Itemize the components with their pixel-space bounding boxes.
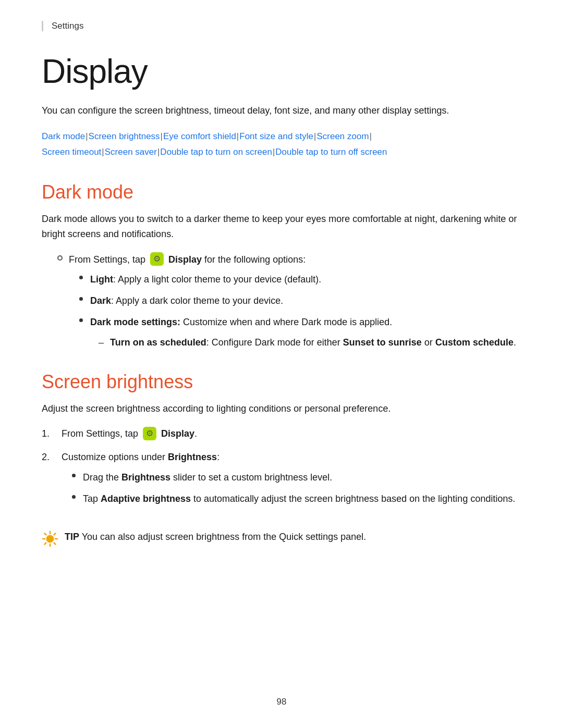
dark-mode-list: From Settings, tap Display for the follo… [42,252,521,363]
brightness-sub-list: Drag the Brightness slider to set a cust… [62,470,515,507]
dot-bullet-icon [79,276,83,279]
sub-bullet-text: Dark mode settings: Customize when and w… [90,315,516,356]
dark-mode-title: Dark mode [42,181,521,203]
screen-brightness-desc: Adjust the screen brightness according t… [42,401,521,416]
settings-icon [143,427,156,440]
dot-bullet-icon [72,474,76,477]
nav-link-screen-brightness[interactable]: Screen brightness [89,131,160,141]
sub-bullet-text: Dark: Apply a dark color theme to your d… [90,293,283,309]
tip-content: You can also adjust screen brightness fr… [82,532,366,542]
list-item: Light: Apply a light color theme to your… [69,272,516,287]
dot-bullet-icon [79,297,83,301]
tip-box: TIP You can also adjust screen brightnes… [42,529,521,551]
circle-bullet-icon [57,255,63,261]
nav-separator-3: | [237,131,239,141]
list-item: Drag the Brightness slider to set a cust… [62,470,515,485]
sub-sub-bullet-text: Turn on as scheduled: Configure Dark mod… [110,335,516,350]
svg-line-7 [54,533,56,535]
nav-separator-4: | [314,131,316,141]
intro-text: You can configure the screen brightness,… [42,103,521,118]
ordered-text: From Settings, tap Display. [62,426,197,441]
list-item: Tap Adaptive brightness to automatically… [62,491,515,507]
nav-links: Dark mode|Screen brightness|Eye comfort … [42,129,521,161]
nav-separator-8: | [273,147,275,157]
tip-text: TIP You can also adjust screen brightnes… [65,529,366,545]
page-container: Settings Display You can configure the s… [0,0,563,728]
sub-bullet-text: Drag the Brightness slider to set a cust… [83,470,332,485]
nav-link-double-tap-off[interactable]: Double tap to turn off screen [275,147,387,157]
dark-mode-section: Dark mode Dark mode allows you to switch… [42,181,521,363]
svg-line-8 [45,542,46,544]
dark-mode-desc: Dark mode allows you to switch to a dark… [42,212,521,242]
svg-line-5 [45,533,46,535]
nav-separator-7: | [157,147,160,157]
nav-link-screen-saver[interactable]: Screen saver [105,147,157,157]
circle-item-text: From Settings, tap Display for the follo… [69,252,516,363]
nav-separator-5: | [370,131,372,141]
screen-brightness-section: Screen brightness Adjust the screen brig… [42,371,521,513]
list-item: Dark mode settings: Customize when and w… [69,315,516,356]
nav-link-screen-timeout[interactable]: Screen timeout [42,147,101,157]
settings-icon [150,252,164,266]
svg-point-0 [46,535,54,542]
nav-separator-1: | [85,131,88,141]
list-item: From Settings, tap Display for the follo… [42,252,521,363]
nav-separator-6: | [102,147,104,157]
ordered-text: Customize options under Brightness: Drag… [62,450,515,512]
settings-label: Settings [52,21,83,31]
settings-header: Settings [42,21,521,31]
page-title: Display [42,52,521,91]
nav-link-dark-mode[interactable]: Dark mode [42,131,85,141]
dot-bullet-icon [72,495,76,499]
nav-separator-2: | [161,131,163,141]
screen-brightness-list: 1. From Settings, tap Display. 2. Custom… [42,426,521,512]
nav-link-screen-zoom[interactable]: Screen zoom [316,131,369,141]
list-item: 1. From Settings, tap Display. [42,426,521,441]
nav-link-double-tap-on[interactable]: Double tap to turn on screen [160,147,272,157]
dash-bullet-icon: – [99,335,104,350]
page-number: 98 [0,697,563,707]
dark-mode-sub-list: Light: Apply a light color theme to your… [69,272,516,356]
display-bold: Display [168,254,202,265]
nav-link-eye-comfort[interactable]: Eye comfort shield [163,131,236,141]
sub-bullet-text: Light: Apply a light color theme to your… [90,272,321,287]
list-item: – Turn on as scheduled: Configure Dark m… [90,335,516,350]
list-item: 2. Customize options under Brightness: D… [42,450,521,512]
svg-line-6 [54,542,56,544]
dot-bullet-icon [79,318,83,322]
list-item: Dark: Apply a dark color theme to your d… [69,293,516,309]
ordered-number: 1. [42,426,57,441]
ordered-number: 2. [42,450,57,465]
dark-mode-sub-sub-list: – Turn on as scheduled: Configure Dark m… [90,335,516,350]
sub-bullet-text: Tap Adaptive brightness to automatically… [83,491,515,507]
tip-icon [42,530,58,551]
screen-brightness-title: Screen brightness [42,371,521,393]
nav-link-font-size[interactable]: Font size and style [239,131,313,141]
tip-label: TIP [65,532,79,542]
